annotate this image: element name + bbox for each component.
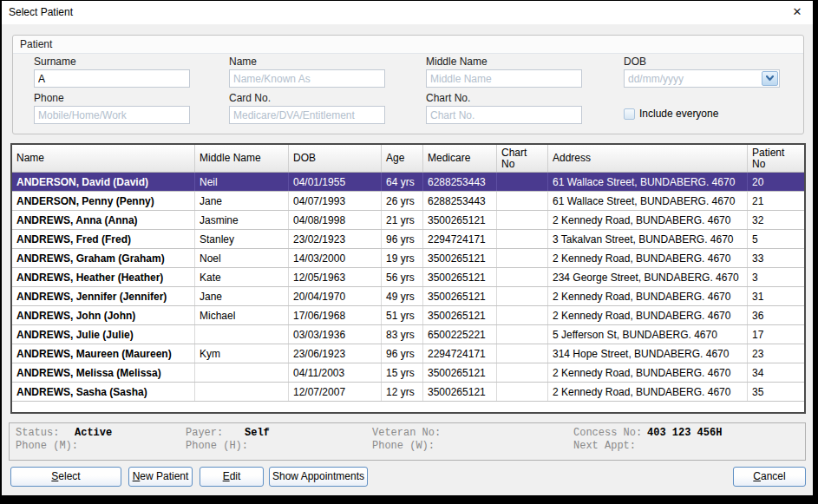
name-input[interactable] (229, 69, 385, 88)
middle-name-label: Middle Name (426, 56, 488, 68)
table-row[interactable]: ANDREWS, Jennifer (Jennifer)Jane20/04/19… (12, 287, 804, 306)
column-header-medicare[interactable]: Medicare (423, 145, 497, 172)
table-row[interactable]: ANDERSON, Penny (Penny)Jane04/07/199326 … (12, 192, 804, 211)
phone-w-field: Phone (W): (372, 440, 435, 452)
cell-patient-no: 36 (748, 306, 804, 324)
select-patient-dialog: Select Patient ✕ Patient Surname Name Mi… (2, 1, 813, 495)
next-appt-field: Next Appt: (573, 440, 647, 452)
cell-name: ANDREWS, Julie (Julie) (12, 325, 195, 344)
column-header-patient-no[interactable]: Patient No (748, 145, 804, 172)
new-patient-button[interactable]: New Patient (128, 467, 193, 487)
cell-middle-name: Jane (195, 192, 289, 210)
edit-button[interactable]: Edit (200, 467, 264, 487)
concess-no-field: Concess No:403 123 456H (573, 427, 722, 439)
cell-patient-no: 23 (748, 344, 804, 363)
cell-age: 56 yrs (382, 268, 423, 286)
cell-age: 12 yrs (382, 383, 423, 401)
cell-age: 96 yrs (382, 230, 423, 248)
cell-chart-no (497, 325, 548, 344)
surname-label: Surname (34, 56, 76, 68)
cell-age: 26 yrs (382, 192, 423, 210)
include-everyone-checkbox[interactable] (624, 108, 635, 120)
column-header-address[interactable]: Address (548, 145, 748, 172)
table-row[interactable]: ANDREWS, Graham (Graham)Noel14/03/200019… (12, 249, 804, 268)
cell-chart-no (497, 383, 548, 401)
column-header-dob[interactable]: DOB (289, 145, 382, 172)
cell-medicare: 3500265121 (423, 306, 497, 324)
status-value: Active (75, 427, 112, 439)
table-row[interactable]: ANDREWS, Anna (Anna)Jasmine04/08/199821 … (12, 211, 804, 230)
cell-middle-name: Jasmine (195, 211, 289, 229)
dob-input[interactable] (624, 69, 780, 88)
table-row[interactable]: ANDREWS, Fred (Fred)Stanley23/02/192396 … (12, 230, 804, 249)
phone-m-field: Phone (M): (16, 440, 78, 452)
cell-medicare: 3500265121 (423, 211, 497, 229)
cell-dob: 14/03/2000 (289, 249, 382, 267)
cell-chart-no (497, 363, 548, 382)
cell-address: 61 Wallace Street, BUNDABERG. 4670 (548, 192, 748, 210)
cell-patient-no: 34 (748, 363, 804, 382)
cell-medicare: 6288253443 (423, 173, 497, 191)
groupbox-caption-label: Patient (20, 38, 52, 50)
cell-address: 2 Kennedy Road, BUNDABERG. 4670 (548, 249, 748, 267)
cell-medicare: 3500265121 (423, 249, 497, 267)
column-header-age[interactable]: Age (382, 145, 423, 172)
cell-address: 314 Hope Street, BUNDABERG. 4670 (548, 344, 748, 363)
payer-value: Self (245, 427, 270, 439)
table-row[interactable]: ANDREWS, Melissa (Melissa)04/11/200315 y… (12, 363, 804, 383)
cell-name: ANDREWS, Maureen (Maureen) (12, 344, 195, 363)
cell-age: 64 yrs (382, 173, 423, 191)
cell-chart-no (497, 192, 548, 210)
cancel-button[interactable]: Cancel (733, 467, 806, 487)
cell-name: ANDREWS, Anna (Anna) (12, 211, 195, 229)
phone-input[interactable] (34, 106, 190, 124)
cell-chart-no (497, 230, 548, 248)
column-header-chart-no[interactable]: Chart No (497, 145, 548, 172)
phone-label: Phone (34, 92, 64, 104)
cell-name: ANDREWS, Fred (Fred) (12, 230, 195, 248)
column-header-middle-name[interactable]: Middle Name (195, 145, 289, 172)
cell-patient-no: 17 (748, 325, 804, 344)
surname-input[interactable] (34, 69, 190, 88)
patient-table-body: ANDERSON, David (David)Neil04/01/195564 … (12, 173, 804, 402)
veteran-no-field: Veteran No: (372, 427, 441, 439)
chart-no-input[interactable] (426, 106, 582, 124)
title-bar: Select Patient ✕ (2, 1, 813, 24)
close-icon[interactable]: ✕ (790, 5, 804, 19)
cell-dob: 04/07/1993 (289, 192, 382, 210)
table-row[interactable]: ANDERSON, David (David)Neil04/01/195564 … (12, 173, 804, 192)
payer-field: Payer:Self (186, 427, 270, 439)
middle-name-input[interactable] (426, 69, 582, 88)
select-button[interactable]: Select (10, 467, 121, 487)
cell-medicare: 2294724171 (423, 230, 497, 248)
cell-patient-no: 3 (748, 268, 804, 286)
cell-medicare: 6500225221 (423, 325, 497, 344)
card-no-input[interactable] (229, 106, 385, 124)
dob-dropdown-button[interactable] (762, 71, 778, 86)
chevron-down-icon (766, 75, 774, 82)
cell-medicare: 3500265121 (423, 287, 497, 305)
cell-address: 61 Wallace Street, BUNDABERG. 4670 (548, 173, 748, 191)
table-row[interactable]: ANDREWS, Heather (Heather)Kate12/05/1963… (12, 268, 804, 287)
cell-medicare: 2294724171 (423, 344, 497, 363)
cell-dob: 23/06/1923 (289, 344, 382, 363)
card-no-label: Card No. (229, 92, 271, 104)
table-row[interactable]: ANDREWS, Sasha (Sasha)12/07/200712 yrs35… (12, 383, 804, 402)
show-appointments-button[interactable]: Show Appointments (269, 467, 368, 487)
table-row[interactable]: ANDREWS, John (John)Michael17/06/196851 … (12, 306, 804, 325)
cell-name: ANDERSON, David (David) (12, 173, 195, 191)
dob-label: DOB (624, 56, 646, 68)
cell-dob: 03/03/1936 (289, 325, 382, 344)
patient-status-panel: Status:Active Payer:Self Veteran No: Con… (9, 422, 806, 461)
cell-patient-no: 20 (748, 173, 804, 191)
cell-address: 5 Jefferson St, BUNDABERG. 4670 (548, 325, 748, 344)
cell-dob: 17/06/1968 (289, 306, 382, 324)
phone-h-field: Phone (H): (186, 440, 248, 452)
cell-address: 2 Kennedy Road, BUNDABERG. 4670 (548, 363, 748, 382)
table-row[interactable]: ANDREWS, Julie (Julie)03/03/193683 yrs65… (12, 325, 804, 344)
column-header-name[interactable]: Name (12, 145, 195, 172)
table-row[interactable]: ANDREWS, Maureen (Maureen)Kym23/06/19239… (12, 344, 804, 363)
include-everyone-row: Include everyone (624, 108, 718, 120)
cell-patient-no: 5 (748, 230, 804, 248)
cell-age: 19 yrs (382, 249, 423, 267)
